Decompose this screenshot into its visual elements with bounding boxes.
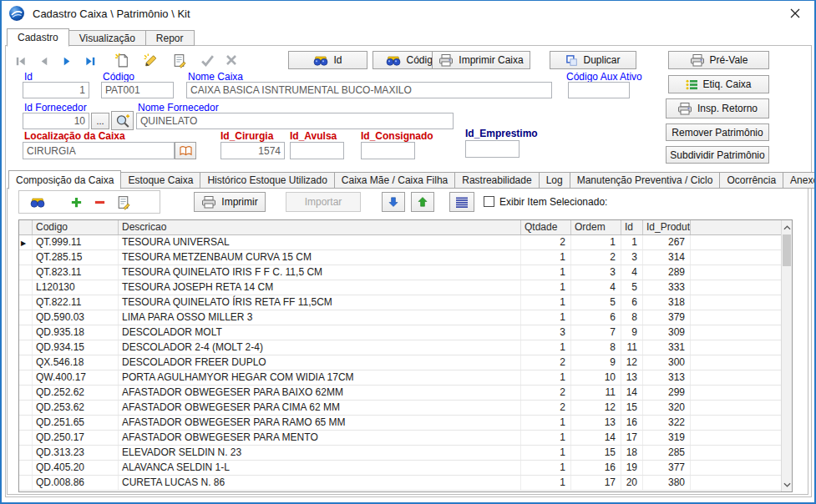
cancel-icon[interactable] [221, 51, 241, 69]
cell-id[interactable]: 18 [621, 446, 643, 460]
id-consignado-field[interactable] [361, 142, 415, 159]
table-row[interactable]: QD.251.65AFASTADOR OBWEGESER PARA RAMO 6… [19, 416, 792, 431]
cell-codigo[interactable]: QD.405.20 [33, 461, 119, 475]
nav-previous-button[interactable] [33, 52, 53, 70]
cell-id_produto[interactable]: 285 [643, 446, 691, 460]
cell-descricao[interactable]: DESCOLADOR 2-4 (MOLT 2-4) [119, 340, 521, 355]
cell-ordem[interactable]: 14 [571, 431, 621, 445]
cell-descricao[interactable]: CURETA LUCAS N. 86 [119, 476, 521, 490]
cell-qtdade[interactable]: 3 [521, 325, 571, 340]
cell-qtdade[interactable]: 1 [521, 340, 571, 355]
table-row[interactable]: QD.405.20ALAVANCA SELDIN 1-L11619377 [19, 461, 792, 476]
cell-ordem[interactable]: 1 [571, 235, 621, 249]
subtab-composição-da-caixa[interactable]: Composição da Caixa [8, 170, 121, 189]
subtab-log[interactable]: Log [539, 172, 570, 189]
cell-codigo[interactable]: QT.823.11 [33, 265, 119, 280]
subdividir-patrimonio-button[interactable]: Subdividir Patrimônio [666, 146, 769, 164]
cell-id_produto[interactable]: 314 [643, 250, 691, 265]
cell-codigo[interactable]: QD.252.62 [33, 386, 119, 400]
id-fornecedor-field[interactable] [23, 113, 89, 129]
cell-ordem[interactable]: 15 [571, 446, 621, 460]
codigo-field[interactable] [101, 82, 174, 98]
table-row[interactable]: QT.999.11TESOURA UNIVERSAL211267 [19, 235, 792, 250]
cell-descricao[interactable]: AFASTADOR OBWEGESER PARA RAMO 65 MM [119, 416, 521, 430]
cell-ordem[interactable]: 2 [571, 250, 621, 265]
scroll-down-icon[interactable] [782, 478, 792, 491]
subtab-rastreabilidade[interactable]: Rastreabilidade [454, 172, 539, 189]
search-fornecedor-button[interactable] [111, 111, 134, 130]
id-emprestimo-field[interactable] [465, 140, 520, 158]
cell-qtdade[interactable]: 2 [521, 235, 571, 249]
subtab-ocorrência[interactable]: Ocorrência [719, 172, 783, 189]
copy-record-icon[interactable] [169, 51, 189, 69]
remover-patrimonio-button[interactable]: Remover Patrimônio [666, 123, 769, 141]
cell-descricao[interactable]: TESOURA QUINELATO IRIS F F C. 11,5 CM [119, 265, 521, 280]
scroll-up-icon[interactable] [782, 221, 792, 234]
cell-id[interactable]: 5 [621, 280, 643, 295]
cell-qtdade[interactable]: 2 [521, 355, 571, 370]
cell-descricao[interactable]: ELEVADOR SELDIN N. 23 [119, 446, 521, 460]
grid-vertical-scrollbar[interactable] [781, 220, 792, 491]
nome-fornecedor-field[interactable] [136, 113, 454, 129]
cell-codigo[interactable]: QW.400.17 [33, 370, 119, 385]
cell-id[interactable]: 9 [621, 325, 643, 340]
cell-ordem[interactable]: 8 [571, 340, 621, 355]
new-record-icon[interactable] [112, 51, 132, 69]
cell-descricao[interactable]: DESCOLADOR FREER DUPLO [119, 355, 521, 370]
cell-codigo[interactable]: QX.546.18 [33, 355, 119, 370]
subtab-caixa-mãe-caixa-filha[interactable]: Caixa Mãe / Caixa Filha [334, 172, 455, 189]
cell-id[interactable]: 14 [621, 386, 643, 400]
cell-id_produto[interactable]: 309 [643, 325, 691, 340]
cell-id_produto[interactable]: 331 [643, 340, 691, 355]
table-row[interactable]: QD.250.17AFASTADOR OBWEGESER PARA MENTO1… [19, 431, 792, 446]
table-row[interactable]: QX.546.18DESCOLADOR FREER DUPLO2912300 [19, 355, 792, 370]
cell-codigo[interactable]: QD.313.23 [33, 446, 119, 460]
cell-descricao[interactable]: TESOURA UNIVERSAL [119, 235, 521, 249]
list-view-button[interactable] [449, 192, 474, 212]
add-item-icon[interactable] [66, 193, 86, 211]
localizacao-lookup-button[interactable] [175, 142, 196, 159]
cell-id[interactable]: 13 [621, 370, 643, 385]
edit-record-icon[interactable] [140, 51, 160, 69]
importar-button[interactable]: Importar [286, 192, 361, 212]
cell-qtdade[interactable]: 1 [521, 370, 571, 385]
cell-id[interactable]: 19 [621, 461, 643, 475]
cell-ordem[interactable]: 5 [571, 295, 621, 310]
column-header[interactable]: Descricao [119, 220, 521, 234]
cell-ordem[interactable]: 7 [571, 325, 621, 340]
cell-id_produto[interactable]: 318 [643, 295, 691, 310]
cell-id[interactable]: 8 [621, 310, 643, 325]
codigo-aux-ativo-field[interactable] [568, 82, 630, 98]
column-header[interactable]: Ordem [571, 220, 621, 234]
cell-id_produto[interactable]: 299 [643, 386, 691, 400]
cell-descricao[interactable]: PORTA AGULHAMYOR HEGAR COM WIDIA 17CM [119, 370, 521, 385]
cell-descricao[interactable]: AFASTADOR OBWEGESER PARA CIMA 62 MM [119, 401, 521, 415]
table-row[interactable]: QW.400.17PORTA AGULHAMYOR HEGAR COM WIDI… [19, 370, 792, 386]
scrollbar-thumb[interactable] [783, 234, 791, 266]
cell-id_produto[interactable]: 300 [643, 355, 691, 370]
table-row[interactable]: QD.008.86CURETA LUCAS N. 8611720380 [19, 476, 792, 491]
cell-codigo[interactable]: QD.253.62 [33, 401, 119, 415]
nav-next-button[interactable] [57, 52, 77, 70]
cell-id[interactable]: 17 [621, 431, 643, 445]
cell-qtdade[interactable]: 1 [521, 431, 571, 445]
cell-descricao[interactable]: DESCOLADOR MOLT [119, 325, 521, 340]
nav-first-button[interactable] [10, 52, 30, 70]
cell-id[interactable]: 16 [621, 416, 643, 430]
cell-ordem[interactable]: 10 [571, 370, 621, 385]
cell-qtdade[interactable]: 1 [521, 265, 571, 280]
cell-qtdade[interactable]: 2 [521, 386, 571, 400]
subtab-anexo[interactable]: Anexo [783, 172, 816, 189]
tab-cadastro[interactable]: Cadastro [7, 28, 69, 47]
cell-qtdade[interactable]: 1 [521, 446, 571, 460]
tab-repor[interactable]: Repor [145, 30, 195, 46]
subtab-manutenção-preventiva-ciclo[interactable]: Manutenção Preventiva / Ciclo [570, 172, 721, 189]
subtab-estoque-caixa[interactable]: Estoque Caixa [120, 172, 200, 189]
duplicar-button[interactable]: Duplicar [550, 51, 636, 69]
cell-id[interactable]: 6 [621, 295, 643, 310]
cell-codigo[interactable]: QT.999.11 [33, 235, 119, 249]
move-up-button[interactable] [411, 192, 434, 212]
cell-descricao[interactable]: LIMA PARA OSSO MILLER 3 [119, 310, 521, 325]
cell-descricao[interactable]: AFASTADOR OBWEGESER PARA MENTO [119, 431, 521, 445]
cell-codigo[interactable]: QT.822.11 [33, 295, 119, 310]
